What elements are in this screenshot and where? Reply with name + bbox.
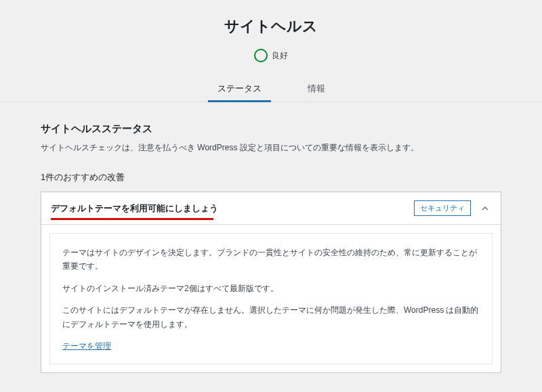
accordion-body: テーマはサイトのデザインを決定します。ブランドの一貫性とサイトの安全性の維持のた… [49, 233, 493, 364]
tabs: ステータス 情報 [0, 77, 542, 102]
section-desc: サイトヘルスチェックは、注意を払うべき WordPress 設定と項目についての… [41, 142, 501, 154]
accordion-p2: サイトのインストール済みテーマ2個はすべて最新版です。 [62, 282, 480, 295]
tab-info[interactable]: 情報 [304, 77, 329, 102]
accordion-item: デフォルトテーマを利用可能にしましょう セキュリティ テーマはサイトのデザインを… [41, 192, 501, 373]
highlight-underline [51, 218, 213, 220]
accordion-p1: テーマはサイトのデザインを決定します。ブランドの一貫性とサイトの安全性の維持のた… [62, 246, 480, 274]
chevron-up-icon [479, 202, 491, 215]
security-badge: セキュリティ [414, 200, 471, 216]
tab-status[interactable]: ステータス [213, 77, 266, 102]
page-title: サイトヘルス [0, 16, 542, 37]
status-label: 良好 [272, 50, 288, 62]
improvements-heading: 1件のおすすめの改善 [41, 171, 501, 183]
accordion-title: デフォルトテーマを利用可能にしましょう [51, 203, 218, 213]
accordion-p3: このサイトにはデフォルトテーマが存在しません。選択したテーマに何か問題が発生した… [62, 303, 480, 331]
health-status: 良好 [0, 49, 542, 62]
accordion-header[interactable]: デフォルトテーマを利用可能にしましょう セキュリティ [41, 192, 501, 225]
section-title: サイトヘルスステータス [41, 123, 501, 135]
status-circle-icon [254, 49, 268, 62]
manage-themes-link[interactable]: テーマを管理 [62, 341, 111, 351]
